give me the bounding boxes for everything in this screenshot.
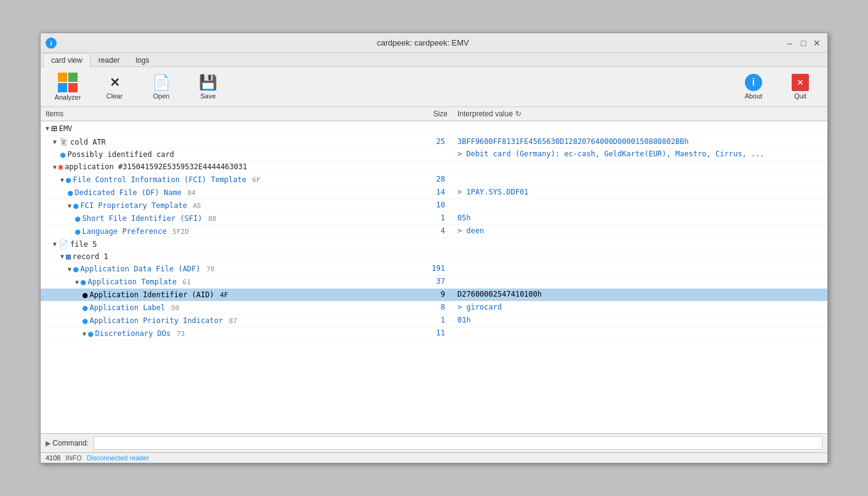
- table-row[interactable]: ▼ ▦ record 1: [41, 250, 827, 263]
- row-size: 28: [416, 174, 452, 183]
- analyzer-icon: [58, 73, 78, 92]
- table-row[interactable]: ● Dedicated File (DF) Name 84 14 > 1PAY.…: [41, 186, 827, 199]
- bullet-icon: ●: [82, 303, 87, 313]
- row-name: ▼ ⊞ EMV: [43, 122, 416, 135]
- table-row[interactable]: ● Possibly identified card > Debit card …: [41, 148, 827, 161]
- table-row[interactable]: ● Application Identifier (AID) 4F 9 D276…: [41, 289, 827, 302]
- bullet-icon: ●: [75, 226, 80, 236]
- main-window: i cardpeek: cardpeek: EMV – □ ✕ card vie…: [40, 33, 828, 463]
- quit-button[interactable]: ✕ Quit: [778, 70, 822, 104]
- bullet-icon: ●: [88, 329, 93, 338]
- toolbar: Analyzer Clear 📄 Open 💾 Save i About ✕ Q…: [41, 67, 827, 107]
- row-value: 05h: [452, 213, 825, 222]
- row-value: [452, 174, 825, 175]
- row-name: ▼ ● File Control Information (FCI) Templ…: [43, 174, 416, 185]
- table-row[interactable]: ● Language Preference 5F2D 4 > deen: [41, 225, 827, 238]
- row-name: ▼ 📄 file 5: [43, 239, 416, 249]
- chevron-icon[interactable]: ▼: [82, 330, 86, 337]
- table-row[interactable]: ▼ ● Application Data File (ADF) 70 191: [41, 263, 827, 276]
- row-size: [416, 239, 452, 239]
- quit-label: Quit: [794, 92, 806, 100]
- table-row[interactable]: ▼ 🃏 cold ATR 25 3BFF9600FF8131FE4565630D…: [41, 136, 827, 148]
- card-icon: 🃏: [58, 137, 68, 146]
- tree-body[interactable]: ▼ ⊞ EMV ▼ 🃏 cold ATR 25 3BFF9600FF8131FE…: [41, 121, 827, 433]
- row-size: 25: [416, 137, 452, 146]
- chevron-icon[interactable]: ▼: [75, 279, 79, 286]
- row-value: 01h: [452, 315, 825, 324]
- open-icon: 📄: [152, 74, 171, 91]
- row-name: ● Application Identifier (AID) 4F: [43, 289, 416, 300]
- row-name: ● Application Label 50: [43, 302, 416, 313]
- bullet-icon: ●: [68, 188, 73, 198]
- row-size: 8: [416, 302, 452, 311]
- table-row[interactable]: ▼ ⊞ EMV: [41, 121, 827, 136]
- row-value: D27600002547410100h: [452, 289, 825, 298]
- about-icon: i: [745, 74, 762, 91]
- row-name: ▼ ● Application Data File (ADF) 70: [43, 263, 416, 274]
- table-row[interactable]: ▼ 📄 file 5: [41, 238, 827, 250]
- title-bar: i cardpeek: cardpeek: EMV – □ ✕: [41, 33, 827, 53]
- refresh-icon[interactable]: ↻: [515, 110, 521, 118]
- table-row[interactable]: ▼ ● FCI Proprietary Template A5 10: [41, 199, 827, 212]
- menu-tabs: card view reader logs: [41, 53, 827, 67]
- chevron-icon[interactable]: ▼: [60, 177, 64, 183]
- maximize-button[interactable]: □: [798, 38, 809, 49]
- bullet-icon: ●: [60, 150, 65, 159]
- row-name: ● Short File Identifier (SFI) 88: [43, 213, 416, 224]
- tab-card-view[interactable]: card view: [43, 53, 90, 67]
- open-button[interactable]: 📄 Open: [139, 70, 183, 104]
- chevron-icon[interactable]: ▼: [53, 241, 57, 247]
- chevron-icon[interactable]: ▼: [46, 125, 49, 132]
- chevron-icon[interactable]: ▼: [68, 266, 71, 273]
- row-size: 11: [416, 328, 452, 337]
- minimize-button[interactable]: –: [784, 38, 795, 49]
- row-value: [452, 162, 825, 162]
- prompt-arrow: ▶: [46, 439, 50, 447]
- row-value: [452, 239, 825, 239]
- row-value: 3BFF9600FF8131FE4565630D12820764000D0000…: [452, 137, 825, 146]
- file-icon: 📄: [58, 239, 68, 249]
- close-button[interactable]: ✕: [811, 38, 822, 49]
- tab-reader[interactable]: reader: [90, 53, 128, 67]
- status-count: 4108: [46, 454, 60, 462]
- chevron-icon[interactable]: ▼: [68, 202, 71, 209]
- app-icon: i: [46, 38, 57, 49]
- title-bar-controls: – □ ✕: [784, 38, 822, 49]
- app-icon: ▣: [58, 162, 63, 171]
- bullet-icon: ●: [73, 264, 78, 274]
- row-name: ▼ 🃏 cold ATR: [43, 137, 416, 147]
- table-row[interactable]: ▼ ● Discretionary DOs 73 11: [41, 327, 827, 340]
- row-value: > girocard: [452, 302, 825, 311]
- row-name: ▼ ● Application Template 61: [43, 276, 416, 287]
- row-size: 10: [416, 200, 452, 209]
- table-row[interactable]: ▼ ● Application Template 61 37: [41, 276, 827, 289]
- table-header: Items Size Interpreted value ↻: [41, 107, 827, 121]
- table-row[interactable]: ● Short File Identifier (SFI) 88 1 05h: [41, 212, 827, 225]
- table-row[interactable]: ● Application Label 50 8 > girocard: [41, 302, 827, 314]
- command-input[interactable]: [94, 436, 822, 450]
- clear-button[interactable]: Clear: [92, 70, 137, 104]
- row-name: ▼ ▣ application #315041592E5359532E44444…: [43, 162, 416, 172]
- analyzer-button[interactable]: Analyzer: [46, 70, 90, 104]
- row-value: [452, 251, 825, 252]
- row-name: ● Possibly identified card: [43, 149, 416, 160]
- about-button[interactable]: i About: [731, 70, 776, 104]
- command-prompt: ▶ Command:: [46, 439, 89, 447]
- command-bar: ▶ Command:: [41, 433, 827, 452]
- bullet-icon: ●: [81, 277, 86, 287]
- table-row[interactable]: ● Application Priority Indicator 87 1 01…: [41, 314, 827, 327]
- col-interp-header: Interpreted value ↻: [452, 110, 822, 118]
- tab-logs[interactable]: logs: [127, 53, 157, 67]
- table-row[interactable]: ▼ ● File Control Information (FCI) Templ…: [41, 174, 827, 186]
- chevron-icon[interactable]: ▼: [53, 138, 57, 145]
- chevron-icon[interactable]: ▼: [53, 164, 57, 170]
- bullet-icon: ●: [75, 214, 80, 223]
- save-label: Save: [200, 92, 215, 100]
- save-button[interactable]: 💾 Save: [186, 70, 230, 104]
- table-row[interactable]: ▼ ▣ application #315041592E5359532E44444…: [41, 161, 827, 174]
- status-level: INFO: [65, 454, 81, 462]
- row-size: 1: [416, 315, 452, 324]
- chevron-icon[interactable]: ▼: [60, 253, 64, 260]
- save-icon: 💾: [199, 74, 217, 91]
- row-value: > deen: [452, 226, 825, 235]
